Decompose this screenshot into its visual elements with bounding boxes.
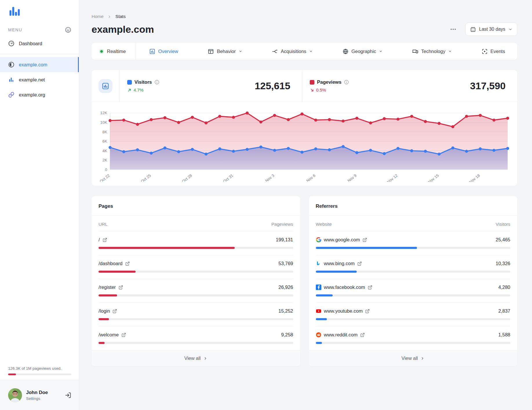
- tab-realtime[interactable]: Realtime: [92, 43, 136, 60]
- referrer-link[interactable]: www.facebook.com: [316, 285, 372, 290]
- pages-card-title: Pages: [92, 196, 300, 216]
- referrer-link[interactable]: www.youtube.com: [316, 308, 370, 314]
- live-dot-icon: [99, 49, 104, 54]
- external-link-icon[interactable]: [121, 333, 126, 337]
- referrer-url: www.facebook.com: [324, 285, 365, 290]
- chevron-right-icon: [203, 356, 207, 360]
- overview-icon: [149, 48, 155, 54]
- visitors-count: 4,280: [498, 285, 510, 290]
- pageviews-value: 317,590: [470, 80, 506, 92]
- referrer-link[interactable]: www.bing.com: [316, 261, 362, 266]
- table-row: www.reddit.com 1,588: [316, 326, 511, 344]
- progress-fill: [316, 342, 322, 344]
- pageviews-count: 26,926: [278, 285, 293, 290]
- sidebar-item-label: Dashboard: [19, 41, 42, 46]
- tab-technology[interactable]: Technology: [412, 43, 451, 60]
- page-url-link[interactable]: /: [99, 237, 107, 243]
- chevron-down-icon: [239, 50, 242, 53]
- tab-overview[interactable]: Overview: [149, 43, 178, 60]
- referrers-card: Referrers Website Visitors www.google.co…: [309, 196, 518, 366]
- referrers-view-all-button[interactable]: View all: [309, 350, 518, 366]
- traffic-overview-card: Visitors 4.7% 125,615 Pageviews: [92, 70, 517, 186]
- more-options-icon[interactable]: [448, 24, 458, 34]
- external-link-icon[interactable]: [357, 261, 362, 266]
- visitors-swatch: [127, 80, 132, 85]
- page-url-link[interactable]: /register: [99, 285, 123, 290]
- visitors-count: 10,326: [496, 261, 510, 266]
- breadcrumb-home[interactable]: Home: [92, 14, 103, 19]
- acquisitions-icon: [272, 48, 278, 54]
- tab-acquisitions[interactable]: Acquisitions: [272, 43, 313, 60]
- external-link-icon[interactable]: [360, 333, 365, 337]
- info-icon[interactable]: [344, 80, 349, 85]
- usage-track: [8, 373, 71, 375]
- progress-track: [316, 294, 511, 296]
- svg-text:0: 0: [105, 167, 107, 172]
- referrer-link[interactable]: www.google.com: [316, 237, 367, 243]
- progress-track: [99, 294, 293, 296]
- progress-fill: [99, 318, 109, 320]
- tab-events[interactable]: Events: [482, 43, 505, 60]
- traffic-chart-svg[interactable]: 12K10K8K6K4K2K0Oct 22Oct 25Oct 28Oct 31N…: [95, 109, 510, 182]
- svg-text:Nov 3: Nov 3: [265, 173, 275, 182]
- svg-text:Oct 28: Oct 28: [181, 173, 193, 182]
- date-range-label: Last 30 days: [479, 27, 505, 32]
- svg-text:8K: 8K: [102, 130, 107, 134]
- svg-text:Nov 9: Nov 9: [347, 173, 357, 182]
- referrer-link[interactable]: www.reddit.com: [316, 332, 365, 338]
- external-link-icon[interactable]: [368, 285, 372, 290]
- usage-fill: [8, 373, 16, 375]
- external-link-icon[interactable]: [125, 261, 130, 266]
- info-icon[interactable]: [154, 80, 159, 85]
- svg-text:Nov 18: Nov 18: [468, 173, 481, 182]
- pageviews-count: 199,131: [276, 237, 293, 243]
- avatar: [8, 388, 22, 402]
- app-logo-icon[interactable]: [8, 5, 79, 18]
- tab-geographic[interactable]: Geographic: [342, 43, 382, 60]
- date-range-button[interactable]: Last 30 days: [465, 23, 517, 36]
- user-card[interactable]: John Doe Settings: [0, 380, 79, 410]
- view-all-label: View all: [401, 356, 418, 361]
- facebook-logo-icon: [316, 285, 321, 290]
- tab-behavior[interactable]: Behavior: [208, 43, 242, 60]
- contrast-icon: [8, 61, 14, 68]
- progress-fill: [99, 294, 117, 296]
- page-url-link[interactable]: /welcome: [99, 332, 126, 338]
- referrer-url: www.google.com: [324, 237, 360, 243]
- svg-text:Oct 25: Oct 25: [140, 173, 152, 182]
- chevron-down-icon: [309, 50, 313, 53]
- chevron-down-icon: [379, 50, 382, 53]
- usage-meter: 126.3K of 1M pageviews used.: [8, 366, 71, 375]
- external-link-icon[interactable]: [362, 238, 367, 242]
- page-url-link[interactable]: /login: [99, 308, 117, 314]
- site-label: example.org: [19, 92, 45, 98]
- main-content: Home Stats example.com Last 30 days Real…: [79, 0, 532, 410]
- table-row: /welcome 9,258: [99, 326, 293, 344]
- external-link-icon[interactable]: [365, 309, 370, 314]
- sidebar-site-example-net[interactable]: example.net: [0, 72, 79, 87]
- logout-icon[interactable]: [65, 392, 71, 398]
- page-url: /register: [99, 285, 116, 290]
- svg-text:4K: 4K: [102, 149, 107, 153]
- pageviews-count: 9,258: [281, 332, 293, 338]
- smiley-icon[interactable]: [65, 27, 71, 33]
- sidebar-site-example-com[interactable]: example.com: [0, 57, 79, 72]
- page-url-link[interactable]: /dashboard: [99, 261, 130, 266]
- external-link-icon[interactable]: [103, 238, 107, 242]
- sidebar-site-example-org[interactable]: example.org: [0, 87, 79, 102]
- referrer-url: www.reddit.com: [324, 332, 358, 338]
- pageviews-stat: Pageviews 0.5% 317,590: [302, 70, 517, 102]
- pages-view-all-button[interactable]: View all: [92, 350, 300, 366]
- external-link-icon[interactable]: [112, 309, 117, 314]
- sidebar-item-dashboard[interactable]: Dashboard: [0, 36, 79, 51]
- user-name: John Doe: [26, 390, 48, 395]
- table-row: / 199,131: [99, 231, 293, 249]
- progress-fill: [99, 271, 136, 273]
- referrer-url: www.youtube.com: [324, 308, 363, 314]
- globe-icon: [342, 48, 349, 54]
- external-link-icon[interactable]: [119, 285, 123, 290]
- divider: [0, 54, 79, 54]
- table-row: /dashboard 53,769: [99, 255, 293, 273]
- svg-text:2K: 2K: [102, 158, 107, 162]
- pages-card: Pages URL Pageviews / 199,131 /dashboard…: [92, 196, 300, 366]
